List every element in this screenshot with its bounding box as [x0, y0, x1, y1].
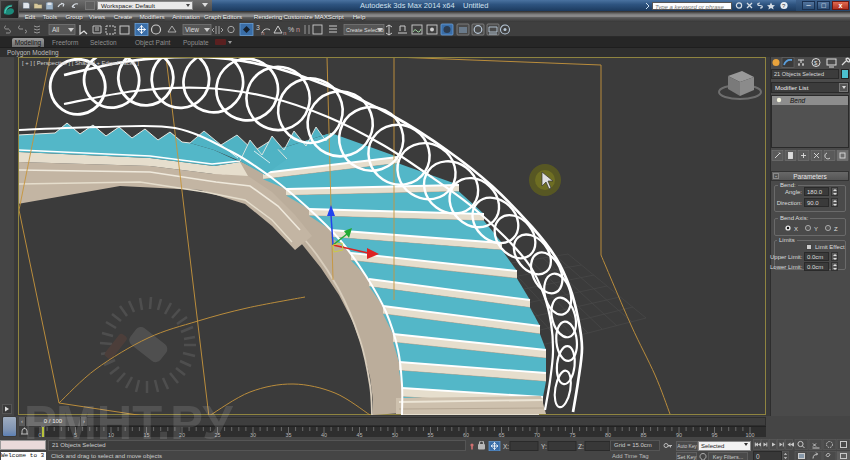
- svg-text:0: 0: [756, 453, 760, 460]
- svg-text:Z: Z: [834, 226, 838, 232]
- svg-text:Z:: Z:: [578, 443, 584, 450]
- svg-text:X: X: [794, 226, 798, 232]
- svg-text:[ + ] [ Perspective ] [ Shaded: [ + ] [ Perspective ] [ Shaded + Edged F…: [22, 60, 139, 66]
- svg-text:$: $: [814, 60, 818, 66]
- svg-text:X:: X:: [503, 443, 509, 450]
- svg-text:Y:: Y:: [541, 443, 547, 450]
- svg-text:Y: Y: [814, 226, 818, 232]
